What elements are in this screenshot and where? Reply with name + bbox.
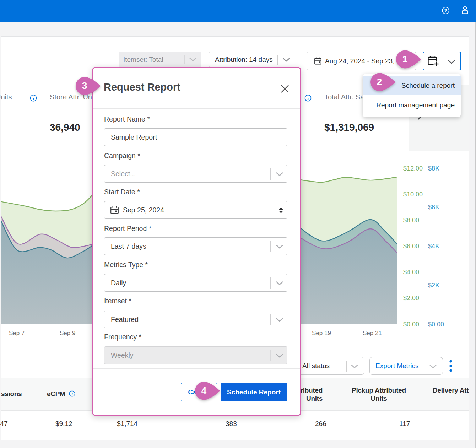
svg-text:i: i — [72, 392, 73, 396]
svg-text:i: i — [33, 96, 34, 101]
svg-text:i: i — [308, 96, 309, 101]
svg-text:?: ? — [444, 8, 447, 13]
